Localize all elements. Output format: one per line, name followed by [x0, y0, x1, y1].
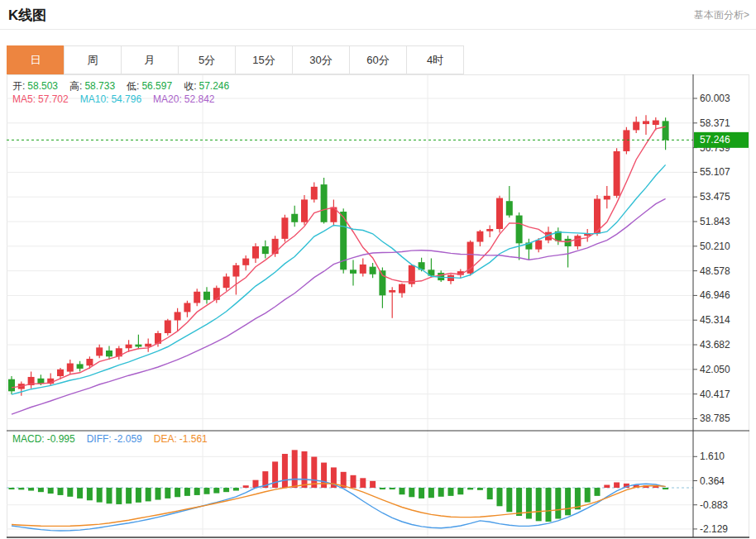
candle-body: [389, 290, 395, 293]
macd-hist-bar: [292, 450, 298, 488]
macd-hist-bar: [565, 488, 571, 515]
macd-hist-bar: [87, 488, 93, 500]
candle-body: [175, 312, 181, 320]
macd-row-value: -0.995: [47, 433, 75, 445]
candle-body: [379, 270, 385, 295]
current-price-tag-text: 57.246: [700, 134, 730, 145]
candle-body: [370, 267, 376, 274]
ma-row-value: 54.796: [111, 93, 141, 105]
candle-body: [476, 231, 483, 242]
macd-hist-bar: [487, 488, 493, 499]
tab-15min[interactable]: 15分: [235, 45, 293, 74]
tab-60min[interactable]: 60分: [349, 45, 407, 74]
candle-body: [360, 265, 366, 274]
fundamental-analysis-link[interactable]: 基本面分析>: [694, 8, 749, 22]
macd-hist-bar: [555, 488, 561, 518]
tab-day[interactable]: 日: [7, 45, 65, 74]
axis-label: 43.682: [700, 339, 730, 351]
candle-body: [311, 187, 318, 200]
macd-hist-bar: [184, 488, 190, 496]
axis-label: 0.364: [700, 475, 725, 487]
candle-body: [194, 292, 200, 303]
candle-body: [399, 284, 405, 293]
tab-5min[interactable]: 5分: [178, 45, 236, 74]
candle-body: [223, 277, 230, 289]
macd-hist-bar: [97, 488, 103, 503]
macd-hist-bar: [38, 488, 44, 492]
macd-hist-bar: [585, 488, 591, 503]
macd-hist-bar: [116, 488, 122, 504]
macd-hist-bar: [497, 488, 503, 506]
candle-body: [321, 184, 328, 222]
macd-hist-bar: [409, 488, 414, 497]
ohlc-row-value: 58.733: [84, 80, 115, 92]
macd-row-value: -1.561: [179, 433, 208, 445]
macd-hist-bar: [67, 488, 73, 497]
macd-hist-bar: [516, 488, 522, 516]
header-divider: [0, 29, 756, 30]
ohlc-info: 开:58.503高:58.733低:56.597收:57.246: [12, 79, 241, 93]
candle-body: [301, 199, 308, 222]
macd-hist-bar: [9, 488, 15, 489]
kline-page: K线图 基本面分析> 日周月5分15分30分60分4时 60.00358.371…: [0, 0, 756, 539]
candle-body: [67, 364, 74, 372]
axis-label: 48.578: [700, 265, 730, 277]
candle-body: [565, 239, 572, 246]
period-tabs: 日周月5分15分30分60分4时: [7, 45, 464, 74]
macd-hist-bar: [595, 488, 600, 496]
axis-label: -2.129: [700, 523, 728, 535]
macd-hist-bar: [156, 488, 161, 500]
axis-label: 46.946: [700, 289, 730, 301]
tab-4hr[interactable]: 4时: [406, 45, 464, 74]
candle-body: [643, 121, 649, 124]
candle-body: [350, 270, 356, 274]
tab-30min[interactable]: 30分: [292, 45, 350, 74]
ohlc-row-label: 低:: [127, 79, 139, 93]
macd-hist-bar: [213, 488, 219, 494]
macd-hist-bar: [390, 488, 395, 489]
candle-body: [623, 130, 629, 151]
macd-hist-bar: [48, 488, 54, 494]
candle-body: [506, 201, 513, 215]
candle-body: [663, 121, 669, 140]
axis-label: 60.003: [700, 93, 730, 104]
axis-label: 45.314: [700, 314, 730, 326]
ohlc-row-value: 57.246: [199, 80, 229, 92]
candle-body: [106, 351, 112, 356]
candle-body: [242, 259, 249, 265]
axis-label: 53.475: [700, 191, 730, 203]
ma-row-label: MA10:: [80, 93, 109, 105]
ohlc-row-value: 56.597: [141, 80, 172, 92]
page-title: K线图: [8, 6, 46, 25]
candle-body: [653, 121, 659, 125]
candle-body: [126, 345, 132, 349]
candle-body: [252, 246, 259, 259]
macd-hist-bar: [614, 482, 620, 488]
axis-label: 1.610: [700, 451, 725, 462]
candle-body: [57, 370, 64, 376]
macd-hist-bar: [204, 488, 210, 494]
axis-label: 58.371: [700, 117, 730, 129]
candle-body: [281, 217, 288, 239]
axis-label: 40.417: [700, 389, 730, 400]
candle-body: [604, 196, 610, 200]
candle-body: [614, 151, 620, 196]
candle-body: [213, 288, 220, 300]
macd-hist-bar: [77, 488, 83, 498]
axis-label: 42.050: [700, 364, 730, 375]
tab-week[interactable]: 周: [64, 45, 122, 74]
candle-body: [8, 379, 15, 392]
axis-label: 38.785: [700, 413, 730, 424]
macd-hist-bar: [400, 488, 405, 494]
axis-label: 55.107: [700, 166, 730, 178]
candle-body: [203, 292, 210, 300]
ohlc-row-value: 58.503: [27, 80, 58, 92]
candle-body: [184, 303, 190, 312]
tab-month[interactable]: 月: [121, 45, 179, 74]
macd-hist-bar: [477, 488, 483, 490]
macd-hist-bar: [28, 488, 34, 491]
candle-body: [86, 359, 93, 365]
macd-hist-bar: [604, 485, 610, 489]
macd-hist-bar: [175, 488, 180, 497]
macd-hist-bar: [253, 480, 259, 488]
